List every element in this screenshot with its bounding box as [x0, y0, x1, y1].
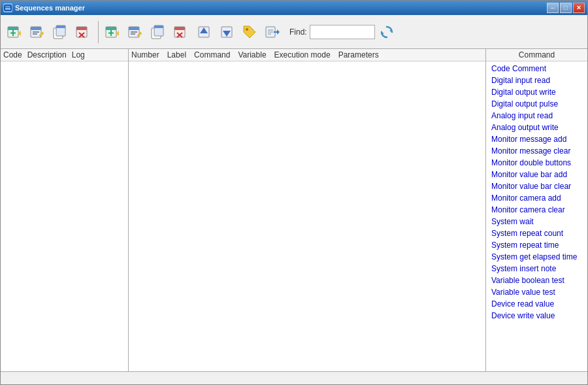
- svg-rect-3: [8, 27, 18, 30]
- command-item[interactable]: Monitor message add: [486, 133, 587, 145]
- add-icon: [7, 24, 22, 40]
- window-title: Sequences manager: [15, 4, 547, 12]
- mid-col-label: Label: [167, 50, 186, 59]
- svg-rect-19: [106, 27, 116, 30]
- command-item[interactable]: Monitor camera clear: [486, 204, 587, 216]
- minimize-button[interactable]: ─: [547, 3, 559, 13]
- svg-point-38: [246, 28, 248, 31]
- svg-rect-15: [76, 27, 87, 30]
- command-item[interactable]: Monitor double buttons: [486, 157, 587, 169]
- left-col-description: Description: [27, 50, 67, 59]
- command-item[interactable]: System repeat time: [486, 239, 587, 251]
- command-item[interactable]: System wait: [486, 216, 587, 227]
- move-down-icon: [219, 24, 235, 40]
- copy-seq-button[interactable]: [147, 21, 169, 43]
- middle-panel-body[interactable]: [129, 61, 485, 371]
- svg-rect-13: [56, 25, 65, 28]
- move-up-icon: [196, 24, 212, 40]
- delete-seq-button[interactable]: [170, 21, 192, 43]
- export-button[interactable]: [261, 21, 284, 43]
- right-panel-body: Code CommentDigital input readDigital ou…: [486, 61, 587, 371]
- refresh-button[interactable]: [378, 23, 396, 41]
- command-item[interactable]: Device read value: [486, 298, 587, 310]
- svg-rect-29: [154, 25, 163, 28]
- mid-col-parameters: Parameters: [338, 50, 379, 59]
- command-item[interactable]: Code Comment: [486, 63, 587, 75]
- delete-seq-icon: [173, 24, 189, 40]
- command-item[interactable]: Monitor value bar add: [486, 169, 587, 180]
- toolbar: Find:: [1, 15, 587, 49]
- content-area: Code Description Log Number Label Comman…: [1, 49, 587, 371]
- copy-icon: [52, 24, 68, 40]
- command-item[interactable]: Digital output pulse: [486, 98, 587, 110]
- command-item[interactable]: Digital input read: [486, 75, 587, 86]
- command-item[interactable]: Device write value: [486, 310, 587, 322]
- window-icon: [3, 3, 12, 12]
- left-panel-header: Code Description Log: [1, 49, 128, 61]
- command-item[interactable]: Analog output write: [486, 122, 587, 133]
- tag-button[interactable]: [238, 21, 261, 43]
- add-button[interactable]: [3, 21, 25, 43]
- svg-rect-24: [129, 27, 139, 30]
- left-panel: Code Description Log: [1, 49, 129, 371]
- copy-button[interactable]: [49, 21, 71, 43]
- command-item[interactable]: System repeat count: [486, 227, 587, 239]
- toolbar-right-group: Find:: [101, 21, 585, 43]
- edit-button[interactable]: [26, 21, 48, 43]
- toolbar-left-group: [3, 21, 99, 43]
- command-item[interactable]: Monitor value bar clear: [486, 180, 587, 192]
- new-seq-icon: [105, 24, 120, 40]
- left-col-log: Log: [72, 50, 85, 59]
- command-item[interactable]: Monitor camera add: [486, 192, 587, 204]
- right-panel-header: Command: [486, 49, 587, 61]
- mid-col-command: Command: [194, 50, 230, 59]
- command-item[interactable]: System insert note: [486, 263, 587, 275]
- delete-button[interactable]: [72, 21, 94, 43]
- title-bar-buttons: ─ □ ✕: [547, 3, 585, 13]
- edit-seq-icon: [127, 24, 143, 40]
- refresh-icon: [379, 24, 395, 40]
- status-bar: [1, 371, 587, 384]
- find-area: Find:: [289, 23, 396, 41]
- move-down-button[interactable]: [216, 21, 238, 43]
- copy-seq-icon: [150, 24, 166, 40]
- move-up-button[interactable]: [193, 21, 215, 43]
- svg-rect-0: [5, 5, 11, 10]
- command-item[interactable]: Variable value test: [486, 286, 587, 298]
- svg-rect-31: [174, 27, 185, 30]
- find-label: Find:: [289, 27, 307, 37]
- tag-icon: [242, 24, 257, 40]
- svg-rect-8: [31, 27, 41, 30]
- command-item[interactable]: System get elapsed time: [486, 251, 587, 263]
- command-item[interactable]: Digital output write: [486, 86, 587, 98]
- command-item[interactable]: Analog input read: [486, 110, 587, 122]
- find-input[interactable]: [310, 25, 375, 39]
- maximize-button[interactable]: □: [560, 3, 572, 13]
- export-icon: [265, 24, 280, 40]
- right-panel: Command Code CommentDigital input readDi…: [486, 49, 587, 371]
- left-col-code: Code: [3, 50, 22, 59]
- mid-col-variable: Variable: [238, 50, 266, 59]
- new-seq-button[interactable]: [101, 21, 123, 43]
- mid-col-execution: Execution mode: [274, 50, 331, 59]
- title-bar: Sequences manager ─ □ ✕: [1, 1, 587, 15]
- middle-panel: Number Label Command Variable Execution …: [129, 49, 486, 371]
- mid-col-number: Number: [131, 50, 159, 59]
- main-window: Sequences manager ─ □ ✕: [0, 0, 588, 385]
- left-panel-body[interactable]: [1, 61, 128, 371]
- middle-panel-header: Number Label Command Variable Execution …: [129, 49, 485, 61]
- edit-seq-button[interactable]: [124, 21, 146, 43]
- close-button[interactable]: ✕: [573, 3, 585, 13]
- command-item[interactable]: Variable boolean test: [486, 275, 587, 286]
- command-item[interactable]: Monitor message clear: [486, 145, 587, 157]
- edit-icon: [29, 24, 45, 40]
- command-header-label: Command: [519, 50, 555, 59]
- delete-icon: [75, 24, 91, 40]
